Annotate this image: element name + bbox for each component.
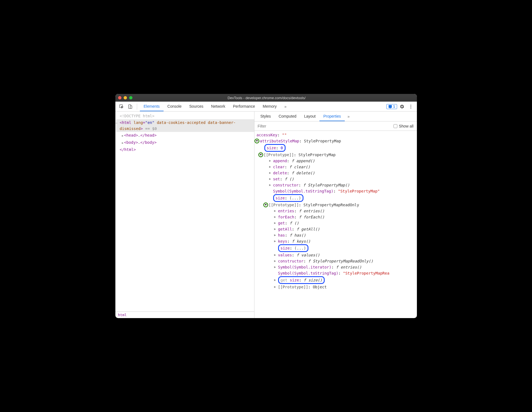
dom-doctype[interactable]: <!DOCTYPE html> [116,113,254,119]
more-tabs-icon[interactable]: » [282,104,289,109]
close-window-button[interactable] [118,96,121,99]
svg-point-5 [410,107,411,108]
filter-bar: Show all [254,121,417,131]
devtools-window: DevTools - developer.chrome.com/docs/dev… [115,94,417,318]
show-all-label: Show all [399,124,414,128]
settings-icon[interactable] [398,103,406,110]
kebab-menu-icon[interactable] [407,103,415,110]
toolbar-divider [137,104,137,110]
prop-has[interactable]: ▶has: f has() [257,232,415,238]
svg-rect-2 [130,106,132,109]
subtab-more-icon[interactable]: » [345,114,352,119]
show-all-checkbox[interactable]: Show all [393,124,414,128]
sidebar-tabs: Styles Computed Layout Properties » [254,112,417,121]
prop-size[interactable]: size: 0 [257,144,415,152]
subtab-layout[interactable]: Layout [300,112,319,121]
tab-performance[interactable]: Performance [229,102,259,111]
prop-constructor-2[interactable]: ▶constructor: f StylePropertyMapReadOnly… [257,258,415,264]
tab-memory[interactable]: Memory [259,102,281,111]
sidebar-pane: Styles Computed Layout Properties » Show… [254,112,417,318]
prop-prototype-1[interactable]: [[Prototype]]: StylePropertyMap [257,152,415,158]
expanded-marker-icon [258,152,263,157]
prop-size-lazy-1[interactable]: size: (...) [257,194,415,202]
prop-delete[interactable]: ▶delete: f delete() [257,170,415,176]
prop-size-lazy-2[interactable]: size: (...) [257,244,415,252]
breadcrumb[interactable]: html [115,311,254,318]
prop-get[interactable]: ▶get: f () [257,220,415,226]
prop-values[interactable]: ▶values: f values() [257,252,415,258]
subtab-computed[interactable]: Computed [275,112,300,121]
tab-console[interactable]: Console [164,102,185,111]
prop-constructor-1[interactable]: ▶constructor: f StylePropertyMap() [257,182,415,188]
dom-html-open[interactable]: <html lang="en" data-cookies-accepted da… [116,119,254,132]
minimize-window-button[interactable] [124,96,127,99]
expanded-marker-icon [263,202,268,207]
dom-head[interactable]: ▶<head>…</head> [116,132,254,139]
main-toolbar: Elements Console Sources Network Perform… [115,102,417,112]
prop-attributestylemap[interactable]: attributeStyleMap: StylePropertyMap [257,138,415,144]
prop-prototype-2[interactable]: [[Prototype]]: StylePropertyMapReadOnly [257,202,415,208]
dom-html-close[interactable]: </html> [116,146,254,153]
prop-append[interactable]: ▶append: f append() [257,158,415,164]
issues-count: 1 [393,105,395,109]
dom-body[interactable]: ▶<body>…</body> [116,139,254,146]
prop-symbol-tostringtag-1[interactable]: Symbol(Symbol.toStringTag): "StyleProper… [257,188,415,194]
prop-getall[interactable]: ▶getAll: f getAll() [257,226,415,232]
prop-set[interactable]: ▶set: f () [257,176,415,182]
subtab-properties[interactable]: Properties [319,112,345,121]
expanded-marker-icon [254,139,259,143]
checkbox-icon [393,124,397,128]
inspect-element-icon[interactable] [118,103,125,110]
tab-sources[interactable]: Sources [185,102,207,111]
properties-tree[interactable]: accessKey: "" attributeStyleMap: StylePr… [254,131,417,318]
elements-pane: <!DOCTYPE html> <html lang="en" data-coo… [115,112,254,318]
device-toggle-icon[interactable] [126,103,134,110]
prop-prototype-3[interactable]: ▶[[Prototype]]: Object [257,284,415,290]
svg-point-3 [410,105,411,105]
prop-accesskey[interactable]: accessKey: "" [257,132,415,138]
dom-tree[interactable]: <!DOCTYPE html> <html lang="en" data-coo… [115,112,254,311]
traffic-lights [118,96,132,99]
prop-clear[interactable]: ▶clear: f clear() [257,164,415,170]
maximize-window-button[interactable] [129,96,132,99]
prop-symbol-iterator[interactable]: ▶Symbol(Symbol.iterator): f entries() [257,264,415,270]
prop-keys[interactable]: ▶keys: f keys() [257,238,415,244]
main-tabs: Elements Console Sources Network Perform… [140,102,281,111]
subtab-styles[interactable]: Styles [257,112,275,121]
titlebar: DevTools - developer.chrome.com/docs/dev… [115,94,417,102]
svg-point-4 [410,106,411,107]
window-title: DevTools - developer.chrome.com/docs/dev… [136,96,398,100]
prop-foreach[interactable]: ▶forEach: f forEach() [257,214,415,220]
tab-network[interactable]: Network [207,102,229,111]
prop-entries[interactable]: ▶entries: f entries() [257,208,415,214]
content-area: <!DOCTYPE html> <html lang="en" data-coo… [115,112,417,318]
prop-get-size[interactable]: ▶get size: f size() [257,276,415,284]
issues-button[interactable]: 1 [386,104,397,109]
filter-input[interactable] [258,124,391,128]
tab-elements[interactable]: Elements [140,102,164,111]
prop-symbol-tostringtag-2[interactable]: Symbol(Symbol.toStringTag): "StyleProper… [257,270,415,276]
